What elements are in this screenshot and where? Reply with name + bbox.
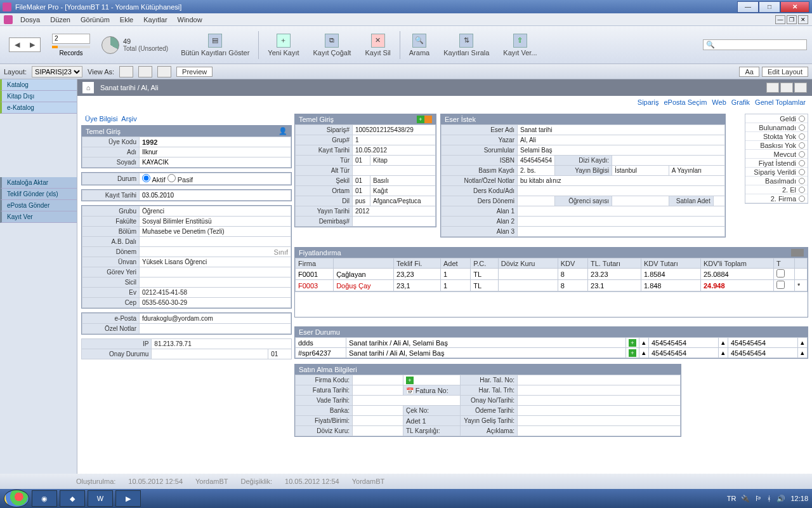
sidebar-ekatalog[interactable]: e-Katalog [0,102,77,114]
status-fiyat[interactable] [799,160,805,166]
subwin-minimize[interactable]: — [775,15,785,24]
record-index-input[interactable] [52,34,90,44]
taskbar-word[interactable]: W [88,490,113,507]
menu-duzen[interactable]: Düzen [50,16,70,23]
view-toggle-1[interactable] [766,83,779,93]
durum-pasif[interactable]: Pasif [167,176,193,184]
show-all-button[interactable]: ▤Bütün Kayıtları Göster [176,32,254,58]
new-record-button[interactable]: ＋Yeni Kayıt [263,32,304,58]
status-basilmadi[interactable] [799,178,805,184]
tab-arsiv[interactable]: Arşiv [121,115,136,123]
tray-bt-icon[interactable]: ᚼ [767,495,771,502]
layout-label: Layout: [4,68,27,76]
status-siparis[interactable] [799,169,805,175]
taskbar-ppt[interactable]: ▶ [115,490,141,507]
taskbar-fmp[interactable]: ◆ [60,490,85,507]
link-grafik[interactable]: Grafik [731,98,750,106]
tray-clock[interactable]: 12:18 [790,495,808,502]
view-form[interactable] [119,66,133,77]
close-button[interactable]: ✕ [780,1,809,13]
person-icon: 👤 [278,127,287,135]
tray-flag-icon[interactable]: 🏳 [755,495,762,502]
sort-button[interactable]: ⇅Kayıtları Sırala [438,32,494,58]
status-baskisi-yok[interactable] [799,142,805,149]
sidebar-kitap-disi[interactable]: Kitap Dışı [0,91,77,102]
delete-record-button[interactable]: ✕Kayıt Sil [360,32,395,58]
member-panel: Temel Giriş👤 Üye Kodu1992 Adı Soyadı [81,125,292,168]
link-eposta[interactable]: ePosta Seçim [664,98,707,106]
menu-ekle[interactable]: Ekle [120,16,133,23]
sidebar-eposta-gonder[interactable]: ePosta Gönder [0,200,77,211]
record-slider[interactable] [52,46,90,48]
collapse-icon[interactable] [791,249,804,257]
tray-vol-icon[interactable]: 🔊 [776,495,785,503]
edit-layout-button[interactable]: Edit Layout [762,67,808,77]
app-icon [3,3,11,11]
menu-dosya[interactable]: Dosya [20,16,40,23]
eser-durumu-row[interactable]: #spr64237Sanat tarihi / Ali Al, Selami B… [296,348,808,358]
status-stokta-yok[interactable] [799,133,805,140]
view-table[interactable] [157,66,171,77]
record-nav[interactable]: ◀▶ [9,37,41,52]
menu-window[interactable]: Window [178,16,202,23]
status-2el[interactable] [799,187,805,193]
sidebar-kataloga-aktar[interactable]: Kataloğa Aktar [0,177,77,189]
onay-input[interactable] [154,351,265,358]
status-geldi[interactable] [799,116,805,122]
tab-uye-bilgisi[interactable]: Üye Bilgisi [85,115,117,123]
eser-durumu-row[interactable]: dddsSanat tarihix / Ali Al, Selami Baş+▴… [296,338,808,348]
status-2firma[interactable] [799,196,805,202]
maximize-button[interactable]: □ [759,1,780,13]
kayit-tarihi[interactable] [142,192,288,199]
tray-net-icon[interactable]: 🔌 [741,495,750,503]
subwin-close[interactable]: ✕ [798,15,808,24]
app-menu-icon [4,15,13,24]
tray-lang[interactable]: TR [727,495,737,502]
menu-kayitlar[interactable]: Kayıtlar [143,16,167,23]
sidebar-teklif-gonder[interactable]: Teklif Gönder (xls) [0,189,77,200]
aa-button[interactable]: Aa [739,67,759,77]
duplicate-record-button[interactable]: ⧉Kayıt Çoğalt [308,32,357,58]
layoutbar: Layout: SIPARIS|23 View As: Preview Aa E… [0,64,812,79]
quick-search[interactable]: 🔍 [703,39,807,50]
eser-durumu-panel: Eser Durumu dddsSanat tarihix / Ali Al, … [294,326,808,359]
window-title: FileMaker Pro - [YordamBT 11 - Yordam Kü… [15,3,181,11]
adi-input[interactable] [142,149,288,156]
sidebar-kayit-ver[interactable]: Kayıt Ver [0,211,77,223]
link-genel-toplamlar[interactable]: Genel Toplamlar [755,98,806,106]
taskbar-chrome[interactable]: ◉ [32,490,57,507]
status-bar: Oluşturulma:10.05.2012 12:54YordamBT Değ… [0,474,812,489]
minimize-button[interactable]: — [737,1,759,13]
temel-panel: Temel Giriş+ Sipariş#10052012125438/29 G… [294,114,436,227]
start-button[interactable] [4,490,29,507]
find-button[interactable]: 🔍Arama [404,32,435,58]
export-button[interactable]: ⇧Kayıt Ver... [498,32,542,58]
window-titlebar: FileMaker Pro - [YordamBT 11 - Yordam Kü… [0,0,812,13]
link-siparis[interactable]: Sipariş [638,98,659,106]
link-web[interactable]: Web [712,98,726,106]
status-bulunamadi[interactable] [799,124,805,131]
view-toggle-2[interactable] [780,83,793,93]
menu-gorunum[interactable]: Görünüm [81,16,110,23]
total-count: 49 [123,37,168,45]
durum-aktif[interactable]: Aktif [142,176,166,184]
sidepanel: Katalog Kitap Dışı e-Katalog Kataloğa Ak… [0,79,77,474]
eser-panel: Eser İstek Eser AdıSanat tarihi YazarAl,… [440,114,726,237]
add-icon[interactable]: + [417,116,424,123]
home-icon[interactable]: ⌂ [82,82,94,93]
fiyat-row[interactable]: F0003Doğuş Çay23,11TL823.11.84824.948* [296,280,808,291]
quick-search-input[interactable] [715,41,804,49]
view-list[interactable] [138,66,152,77]
status-mevcut[interactable] [799,151,805,157]
soyadi-input[interactable] [142,159,288,166]
firma-add-icon[interactable]: + [406,377,414,384]
fiyat-row[interactable]: F0001Çağlayan23,231TL823.231.858425.0884 [296,269,808,280]
sidebar-katalog[interactable]: Katalog [0,79,77,91]
layout-select[interactable]: SIPARIS|23 [32,66,82,77]
subwin-restore[interactable]: ❐ [787,15,797,24]
view-toggle-3[interactable] [794,83,807,93]
swap-icon[interactable] [424,116,432,123]
status-options: Geldi Bulunamadı Stokta Yok Baskısı Yok … [745,114,808,204]
preview-button[interactable]: Preview [176,67,213,77]
breadcrumb-text: Sanat tarihi / Al, Ali [100,84,159,91]
